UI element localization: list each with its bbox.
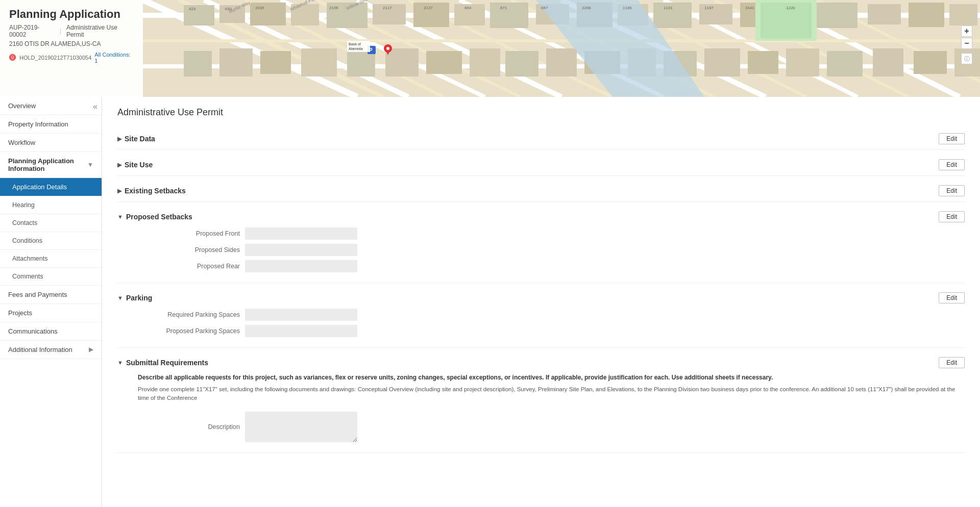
svg-text:430: 430 — [225, 7, 232, 11]
section-arrow-proposed-setbacks: ▼ — [117, 214, 123, 220]
svg-rect-49 — [546, 48, 577, 77]
form-row-proposed-rear: Proposed Rear — [117, 260, 965, 272]
edit-button-existing-setbacks[interactable]: Edit — [939, 185, 965, 196]
sidebar-collapse-button[interactable]: « — [93, 102, 97, 111]
sidebar-item-hearing[interactable]: Hearing — [0, 196, 102, 214]
sidebar-item-planning-application-info[interactable]: Planning Application Information▼ — [0, 152, 102, 178]
chevron-right-icon: ▶ — [89, 346, 93, 353]
svg-text:887: 887 — [541, 6, 548, 10]
form-row-required-parking-spaces: Required Parking Spaces — [117, 309, 965, 321]
chevron-down-icon: ▼ — [87, 161, 93, 168]
sidebar-item-property-information[interactable]: Property Information — [0, 115, 102, 134]
svg-rect-43 — [301, 48, 337, 77]
sidebar-item-label: Fees and Payments — [8, 291, 67, 298]
form-label: Required Parking Spaces — [138, 311, 240, 318]
svg-rect-39 — [949, 4, 977, 26]
section-title-parking: ▼ Parking — [117, 294, 152, 302]
section-header-site-data[interactable]: ▶ Site Data Edit — [117, 128, 965, 149]
conditions-link[interactable]: All Conditions: 1 — [94, 52, 134, 64]
section-arrow-submittal-requirements: ▼ — [117, 360, 123, 366]
section-arrow-existing-setbacks: ▶ — [117, 188, 121, 194]
edit-button-submittal-requirements[interactable]: Edit — [939, 357, 965, 368]
section-title-proposed-setbacks: ▼ Proposed Setbacks — [117, 213, 192, 221]
section-label-parking: Parking — [126, 294, 152, 302]
edit-button-site-data[interactable]: Edit — [939, 133, 965, 144]
zoom-in-button[interactable]: + — [961, 26, 972, 37]
sidebar-item-additional-information[interactable]: Additional Information▶ — [0, 341, 102, 359]
section-header-existing-setbacks[interactable]: ▶ Existing Setbacks Edit — [117, 180, 965, 201]
section-header-submittal-requirements[interactable]: ▼ Submittal Requirements Edit — [117, 352, 965, 373]
sidebar-item-label: Communications — [8, 327, 58, 335]
section-content-submittal-requirements: Describe all applicable requests for thi… — [117, 373, 965, 452]
form-label: Proposed Front — [138, 230, 240, 237]
submittal-bold-text: Describe all applicable requests for thi… — [138, 373, 965, 382]
section-header-proposed-setbacks[interactable]: ▼ Proposed Setbacks Edit — [117, 206, 965, 227]
section-label-existing-setbacks: Existing Setbacks — [125, 187, 186, 195]
form-label: Proposed Sides — [138, 246, 240, 253]
form-row-proposed-front: Proposed Front — [117, 227, 965, 240]
zoom-out-button[interactable]: − — [961, 38, 972, 49]
edit-button-proposed-setbacks[interactable]: Edit — [939, 211, 965, 222]
sidebar-item-label: Application Details — [12, 183, 67, 191]
svg-rect-45 — [385, 48, 419, 77]
content-title: Administrative Use Permit — [117, 107, 965, 118]
svg-text:1101: 1101 — [664, 6, 673, 10]
sidebar-item-communications[interactable]: Communications — [0, 322, 102, 341]
form-label: Description — [138, 423, 240, 430]
section-header-site-use[interactable]: ▶ Site Use Edit — [117, 154, 965, 175]
svg-text:Alameda: Alameda — [349, 47, 363, 50]
section-title-existing-setbacks: ▶ Existing Setbacks — [117, 187, 186, 195]
section-header-parking[interactable]: ▼ Parking Edit — [117, 287, 965, 309]
sidebar-item-label: Projects — [8, 309, 32, 317]
svg-text:2268: 2268 — [582, 6, 591, 10]
svg-rect-38 — [909, 3, 944, 27]
section-label-site-use: Site Use — [125, 161, 153, 169]
svg-rect-41 — [219, 48, 253, 77]
svg-rect-58 — [914, 51, 947, 74]
form-input-proposed-front — [245, 227, 357, 240]
section-content-proposed-setbacks: Proposed Front Proposed Sides Proposed R… — [117, 227, 965, 283]
svg-rect-48 — [505, 51, 538, 77]
subtitle-divider: | — [60, 28, 61, 35]
sidebar-item-fees-and-payments[interactable]: Fees and Payments — [0, 286, 102, 304]
sidebar-item-label: Hearing — [12, 201, 35, 209]
sidebar-item-contacts[interactable]: Contacts — [0, 214, 102, 232]
section-proposed-setbacks: ▼ Proposed Setbacks Edit Proposed Front … — [117, 206, 965, 283]
section-title-site-use: ▶ Site Use — [117, 161, 153, 169]
edit-button-parking[interactable]: Edit — [939, 292, 965, 303]
edit-button-site-use[interactable]: Edit — [939, 159, 965, 170]
form-input-proposed-parking-spaces — [245, 325, 357, 337]
sidebar-item-projects[interactable]: Projects — [0, 304, 102, 322]
svg-rect-40 — [184, 51, 212, 77]
svg-point-82 — [386, 47, 389, 50]
svg-text:2036: 2036 — [255, 6, 264, 10]
sidebar-item-workflow[interactable]: Workflow — [0, 134, 102, 152]
sidebar-item-conditions[interactable]: Conditions — [0, 232, 102, 250]
section-label-site-data: Site Data — [125, 135, 155, 143]
sidebar-item-overview[interactable]: Overview — [0, 97, 102, 115]
svg-rect-47 — [470, 48, 500, 77]
app-subtitle: AUP-2019-00002 | Administrative Use Perm… — [9, 24, 134, 38]
hold-text: HOLD_20190212T71030054 — [19, 55, 91, 61]
section-existing-setbacks: ▶ Existing Setbacks Edit — [117, 180, 965, 202]
content-area: Administrative Use Permit ▶ Site Data Ed… — [102, 97, 980, 507]
svg-rect-37 — [868, 4, 901, 24]
app-header: Planning Application AUP-2019-00002 | Ad… — [0, 0, 143, 97]
form-input-required-parking-spaces — [245, 309, 357, 321]
svg-rect-54 — [748, 51, 778, 74]
sidebar-item-label: Planning Application Information — [8, 157, 87, 172]
main-layout: « OverviewProperty InformationWorkflowPl… — [0, 97, 980, 507]
section-submittal-requirements: ▼ Submittal Requirements Edit Describe a… — [117, 352, 965, 453]
sidebar-item-application-details[interactable]: Application Details — [0, 178, 102, 196]
form-row-description: Description — [117, 412, 965, 442]
svg-text:2441: 2441 — [745, 6, 754, 10]
section-label-proposed-setbacks: Proposed Setbacks — [126, 213, 192, 221]
sidebar-item-attachments[interactable]: Attachments — [0, 250, 102, 268]
zoom-info-button[interactable]: ⓘ — [961, 53, 972, 64]
sidebar-item-label: Additional Information — [8, 346, 72, 353]
textarea-description[interactable] — [245, 412, 357, 442]
sidebar-item-label: Workflow — [8, 139, 35, 146]
sidebar-item-label: Attachments — [12, 255, 47, 262]
sidebar-item-comments[interactable]: Comments — [0, 268, 102, 286]
svg-text:424: 424 — [189, 7, 196, 11]
